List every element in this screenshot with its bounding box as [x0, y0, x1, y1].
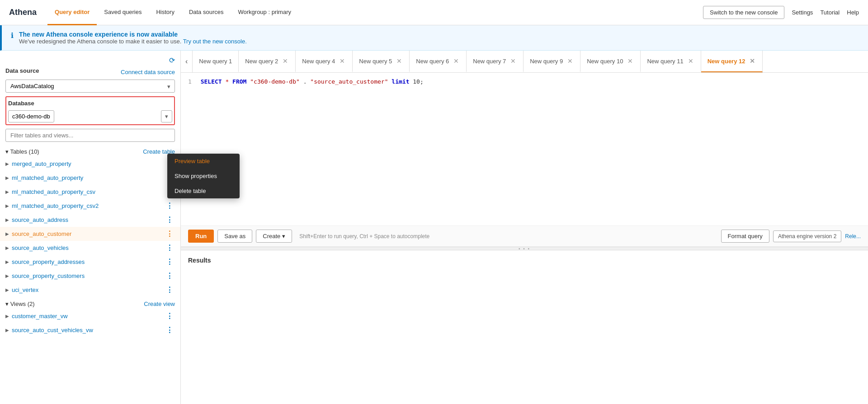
datasource-label: Data source — [5, 67, 39, 74]
context-menu-properties[interactable]: Show properties — [167, 169, 181, 183]
view-item[interactable]: ▶ customer_master_vw ⋮ — [0, 309, 180, 323]
tab-close-icon[interactable]: ✕ — [749, 58, 756, 64]
info-icon: ℹ — [11, 31, 14, 40]
nav-help[interactable]: Help — [847, 9, 859, 16]
keyword-star: * — [225, 78, 229, 85]
table-kebab-icon[interactable]: ⋮ — [164, 215, 175, 225]
tables-header: ▾ Tables (10) Create table — [0, 146, 180, 157]
table-item[interactable]: ▶ source_auto_vehicles ⋮ — [0, 241, 180, 255]
context-menu-preview[interactable]: Preview table — [167, 154, 181, 169]
tab-close-icon[interactable]: ✕ — [509, 58, 517, 64]
database-box: Database c360-demo-db ▾ — [5, 96, 175, 125]
sidebar-header: ⟳ — [0, 51, 180, 67]
expand-arrow-icon: ▶ — [5, 189, 9, 194]
tab-close-icon[interactable]: ✕ — [566, 58, 574, 64]
table-item[interactable]: ▶ ml_matched_auto_property ⋮ — [0, 171, 180, 185]
nav-workgroup[interactable]: Workgroup : primary — [231, 0, 298, 25]
view-item[interactable]: ▶ source_auto_cust_vehicles_vw ⋮ — [0, 323, 180, 337]
sidebar: ⟳ Data source Connect data source AwsDat… — [0, 51, 181, 404]
string-db: "c360-demo-db" — [250, 78, 300, 85]
table-item[interactable]: ▶ source_auto_address ⋮ — [0, 213, 180, 227]
table-item-active[interactable]: ▶ source_auto_customer ⋮ — [0, 227, 180, 241]
tab-close-icon[interactable]: ✕ — [687, 58, 694, 64]
tab-close-icon[interactable]: ✕ — [627, 58, 634, 64]
table-item[interactable]: ▶ source_property_customers ⋮ — [0, 269, 180, 283]
table-name: source_auto_address — [12, 216, 68, 223]
view-kebab-icon[interactable]: ⋮ — [164, 325, 175, 335]
tab-close-icon[interactable]: ✕ — [396, 58, 403, 64]
tab-new-query-4[interactable]: New query 4 ✕ — [296, 51, 353, 72]
tab-new-query-5[interactable]: New query 5 ✕ — [353, 51, 410, 72]
tab-label: New query 2 — [245, 58, 278, 65]
engine-badge: Athena engine version 2 — [773, 230, 841, 242]
tab-label: New query 5 — [359, 58, 392, 65]
tab-new-query-10[interactable]: New query 10 ✕ — [580, 51, 641, 72]
nav-tutorial[interactable]: Tutorial — [820, 9, 840, 16]
editor-area[interactable]: 1 SELECT * FROM "c360-demo-db" . "source… — [181, 73, 868, 226]
table-item[interactable]: ▶ uci_vertex ⋮ — [0, 283, 180, 297]
nav-history[interactable]: History — [149, 0, 181, 25]
main-layout: ⟳ Data source Connect data source AwsDat… — [0, 51, 868, 404]
tab-new-query-2[interactable]: New query 2 ✕ — [239, 51, 296, 72]
tabs-bar: ‹ New query 1 New query 2 ✕ New query 4 … — [181, 51, 868, 73]
info-banner: ℹ The new Athena console experience is n… — [0, 25, 868, 51]
tab-new-query-11[interactable]: New query 11 ✕ — [641, 51, 701, 72]
create-dropdown-button[interactable]: Create ▾ — [256, 230, 292, 243]
resize-handle[interactable]: • • • — [181, 247, 868, 250]
tab-label: New query 6 — [416, 58, 449, 65]
run-button[interactable]: Run — [188, 230, 214, 243]
toolbar: Run Save as Create ▾ Shift+Enter to run … — [181, 226, 868, 247]
table-item[interactable]: ▶ source_property_addresses ⋮ — [0, 255, 180, 269]
table-kebab-icon-active[interactable]: ⋮ — [164, 229, 175, 239]
nav-query-editor[interactable]: Query editor — [47, 0, 97, 25]
nav-saved-queries[interactable]: Saved queries — [97, 0, 149, 25]
tab-new-query-7[interactable]: New query 7 ✕ — [467, 51, 524, 72]
tab-close-icon[interactable]: ✕ — [339, 58, 346, 64]
table-kebab-icon[interactable]: ⋮ — [164, 257, 175, 267]
table-name: source_property_addresses — [12, 258, 85, 265]
database-select[interactable]: c360-demo-db — [8, 110, 54, 122]
database-dropdown-arrow-btn[interactable]: ▾ — [161, 110, 172, 122]
filter-tables-input[interactable] — [5, 129, 175, 142]
context-menu-delete[interactable]: Delete table — [167, 183, 181, 198]
database-section: Database c360-demo-db ▾ — [0, 96, 180, 129]
expand-arrow-icon: ▶ — [5, 314, 9, 319]
tables-list: ▶ merged_auto_property ⋮ ▶ ml_matched_au… — [0, 157, 180, 404]
tab-label: New query 12 — [708, 58, 745, 65]
format-query-button[interactable]: Format query — [721, 230, 769, 243]
toolbar-hint: Shift+Enter to run query, Ctrl + Space t… — [299, 233, 429, 240]
nav-data-sources[interactable]: Data sources — [182, 0, 231, 25]
connect-datasource-link[interactable]: Connect data source — [121, 69, 175, 75]
tab-new-query-6[interactable]: New query 6 ✕ — [410, 51, 467, 72]
create-view-link[interactable]: Create view — [144, 301, 175, 307]
collapse-sidebar-arrow[interactable]: ‹ — [181, 51, 193, 72]
view-kebab-icon[interactable]: ⋮ — [164, 311, 175, 321]
table-name: source_property_customers — [12, 272, 85, 279]
table-item[interactable]: ▶ ml_matched_auto_property_csv ⋮ — [0, 185, 180, 199]
release-link[interactable]: Rele... — [845, 233, 861, 240]
switch-console-button[interactable]: Switch to the new console — [703, 6, 784, 19]
chevron-down-icon: ▾ — [282, 233, 285, 240]
table-item[interactable]: ▶ merged_auto_property ⋮ — [0, 157, 180, 171]
database-dropdown-wrap: c360-demo-db — [8, 110, 159, 122]
banner-link[interactable]: Try out the new console. — [183, 38, 247, 45]
nav-settings[interactable]: Settings — [792, 9, 813, 16]
table-kebab-icon[interactable]: ⋮ — [164, 201, 175, 211]
table-kebab-icon[interactable]: ⋮ — [164, 271, 175, 281]
save-as-button[interactable]: Save as — [217, 230, 252, 243]
tab-close-icon[interactable]: ✕ — [282, 58, 289, 64]
table-kebab-icon[interactable]: ⋮ — [164, 285, 175, 295]
refresh-icon[interactable]: ⟳ — [169, 56, 175, 65]
tab-close-icon[interactable]: ✕ — [453, 58, 460, 64]
line-number: 1 — [188, 78, 192, 85]
datasource-select[interactable]: AwsDataCatalog — [5, 80, 175, 93]
table-kebab-icon[interactable]: ⋮ — [164, 243, 175, 253]
top-nav: Athena Query editor Saved queries Histor… — [0, 0, 868, 25]
table-item[interactable]: ▶ ml_matched_auto_property_csv2 ⋮ — [0, 199, 180, 213]
tab-new-query-1[interactable]: New query 1 — [193, 51, 239, 72]
views-section-title: ▾ Views (2) — [5, 301, 35, 307]
table-name-active: source_auto_customer — [12, 230, 71, 237]
tab-new-query-9[interactable]: New query 9 ✕ — [524, 51, 580, 72]
tab-new-query-12[interactable]: New query 12 ✕ — [701, 51, 763, 72]
database-dropdown: c360-demo-db ▾ — [8, 110, 172, 122]
